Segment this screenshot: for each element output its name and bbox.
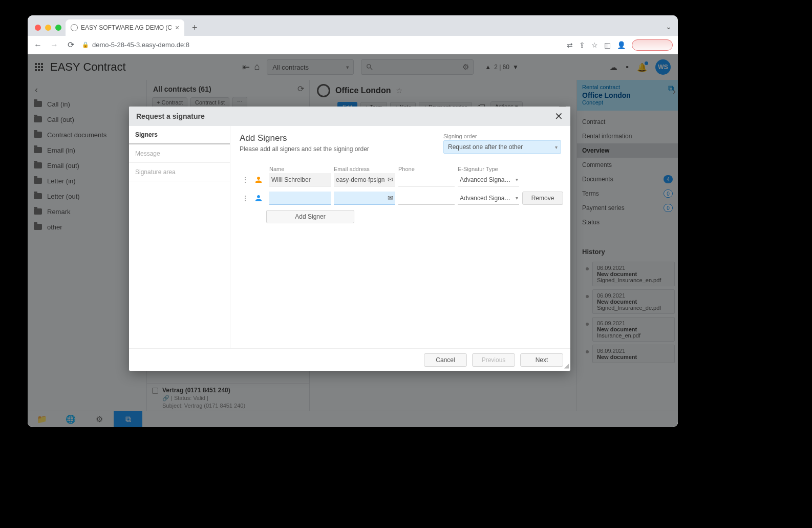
address-bar[interactable]: 🔒 demo-5-28-45-3.easy-demo.de:8: [82, 41, 561, 49]
step-signature-area[interactable]: Signature area: [129, 163, 230, 181]
person-icon: [254, 175, 263, 184]
forward-button[interactable]: →: [49, 40, 59, 50]
mail-icon: ✉: [388, 176, 393, 183]
signer-row: ⋮ ✉ Advanced Signa…▾ Remove: [240, 192, 561, 205]
next-button[interactable]: Next: [520, 353, 563, 367]
modal-footer: Cancel Previous Next ◢: [129, 348, 570, 371]
browser-tab[interactable]: EASY SOFTWARE AG DEMO (C ×: [66, 19, 184, 36]
step-signers[interactable]: Signers: [129, 126, 230, 144]
browser-tabbar: EASY SOFTWARE AG DEMO (C × + ⌄: [28, 15, 678, 36]
mail-icon: ✉: [388, 194, 393, 202]
signer-row: ⋮ ✉ Advanced Signa…▾: [240, 173, 561, 186]
remove-signer-button[interactable]: Remove: [522, 192, 563, 205]
signer-phone-input[interactable]: [398, 192, 455, 205]
col-email: Email address: [334, 166, 395, 172]
drag-handle-icon[interactable]: ⋮: [240, 194, 251, 202]
section-subtitle: Please add all signers and set the signi…: [240, 145, 369, 153]
profile-icon[interactable]: 👤: [617, 41, 626, 49]
add-signer-button[interactable]: Add Signer: [266, 210, 354, 223]
modal-header: Request a signature ✕: [129, 107, 570, 126]
close-tab-icon[interactable]: ×: [175, 24, 179, 32]
reload-button[interactable]: ⟳: [66, 40, 76, 50]
back-button[interactable]: ←: [33, 40, 43, 50]
signature-type-select[interactable]: Advanced Signa…▾: [458, 173, 519, 186]
cancel-button[interactable]: Cancel: [424, 353, 467, 367]
col-type: E-Signatur Type: [458, 166, 519, 172]
resize-grip-icon[interactable]: ◢: [564, 362, 569, 369]
translate-icon[interactable]: ⇄: [567, 41, 573, 49]
modal-sidebar: Signers Message Signature area: [129, 126, 230, 348]
browser-window: EASY SOFTWARE AG DEMO (C × + ⌄ ← → ⟳ 🔒 d…: [28, 15, 678, 427]
app-root: EASY Contract ⇤ ⌂ All contracts▾ ⚙ ▲ 2 |…: [28, 54, 678, 427]
globe-icon: [71, 24, 78, 31]
person-icon: [254, 194, 263, 203]
signer-name-input[interactable]: [269, 173, 331, 186]
new-tab-button[interactable]: +: [187, 20, 202, 35]
modal-main: Add Signers Please add all signers and s…: [230, 126, 570, 348]
window-controls[interactable]: [32, 25, 66, 36]
tab-title: EASY SOFTWARE AG DEMO (C: [81, 24, 172, 31]
modal-close-icon[interactable]: ✕: [554, 110, 563, 122]
tabs-menu-icon[interactable]: ⌄: [666, 23, 672, 31]
signature-type-select[interactable]: Advanced Signa…▾: [458, 192, 519, 205]
profile-pill[interactable]: [632, 39, 673, 51]
panel-icon[interactable]: ▥: [604, 41, 611, 49]
lock-icon: 🔒: [82, 41, 89, 48]
drag-handle-icon[interactable]: ⋮: [240, 176, 251, 184]
bookmark-icon[interactable]: ☆: [591, 41, 598, 49]
signer-email-input[interactable]: [334, 173, 395, 186]
signer-name-input[interactable]: [269, 192, 331, 205]
signing-order-select[interactable]: Request one after the other▾: [443, 140, 561, 154]
signer-email-input[interactable]: [334, 192, 395, 205]
url-text: demo-5-28-45-3.easy-demo.de:8: [92, 41, 189, 49]
request-signature-modal: Request a signature ✕ Signers Message Si…: [129, 107, 570, 371]
modal-title: Request a signature: [136, 112, 205, 120]
col-phone: Phone: [398, 166, 455, 172]
share-icon[interactable]: ⇪: [579, 41, 585, 49]
section-heading: Add Signers: [240, 133, 369, 143]
browser-toolbar: ← → ⟳ 🔒 demo-5-28-45-3.easy-demo.de:8 ⇄ …: [28, 36, 678, 54]
step-message[interactable]: Message: [129, 144, 230, 163]
previous-button[interactable]: Previous: [472, 353, 515, 367]
signer-phone-input[interactable]: [398, 173, 455, 186]
signing-order-label: Signing order: [443, 133, 561, 139]
col-name: Name: [269, 166, 331, 172]
